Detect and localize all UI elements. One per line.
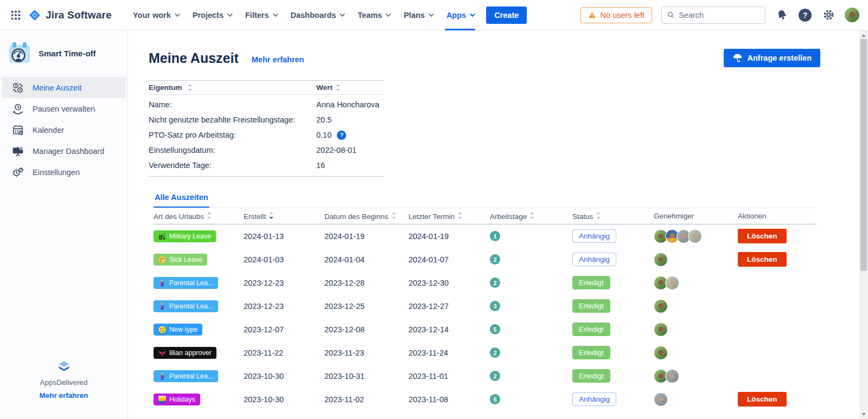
approver-avatar-woman-dark-hair[interactable]: [654, 253, 668, 267]
no-users-left-warning[interactable]: No users left: [580, 7, 652, 23]
approver-avatar-woman-dark-hair[interactable]: [654, 346, 668, 360]
search-input[interactable]: [679, 11, 760, 20]
leave-type-badge: Holidays: [154, 394, 200, 405]
chevron-down-icon: [429, 11, 434, 17]
scroll-up-arrow[interactable]: [859, 31, 868, 39]
leave-type-label: New type: [169, 326, 197, 333]
summary-col-wert[interactable]: Wert: [316, 83, 384, 92]
column-header-aktionen: Aktionen: [738, 212, 816, 220]
column-header-erstellt[interactable]: Erstellt: [244, 212, 324, 221]
created-date: 2024-01-13: [244, 232, 324, 241]
approvers-stack: [654, 299, 738, 313]
chevron-down-icon: [470, 11, 475, 17]
approver-avatar-man-glasses[interactable]: [665, 369, 679, 383]
leave-type-label: Holidays: [169, 396, 195, 403]
summary-label: Name:: [149, 100, 316, 109]
approver-avatar-woman-dark-hair[interactable]: [654, 299, 668, 313]
main-content: Meine Auszeit Mehr erfahren Anfrage erst…: [129, 30, 859, 419]
notifications-bell-icon[interactable]: [775, 8, 789, 22]
tab-alle-auszeiten[interactable]: Alle Auszeiten: [154, 193, 209, 208]
dashboard-icon: [11, 144, 25, 158]
summary-value: Anna Honcharova: [316, 100, 384, 109]
start-date: 2023-12-28: [324, 279, 409, 287]
end-date: 2023-12-14: [409, 325, 490, 334]
jira-diamond-icon: [28, 9, 41, 22]
nav-item-apps[interactable]: Apps: [439, 0, 481, 30]
start-date: 2023-10-31: [324, 372, 409, 381]
nav-item-dashboards[interactable]: Dashboards: [284, 0, 351, 30]
leave-type-label: Parental Lea...: [169, 279, 213, 287]
nav-item-filters[interactable]: Filters: [238, 0, 284, 30]
chevron-down-icon: [340, 11, 345, 17]
approver-avatar-man-glasses[interactable]: [654, 392, 668, 407]
nav-item-label: Plans: [404, 11, 425, 20]
topbar-right: No users left ?: [580, 7, 859, 24]
summary-row: PTO-Satz pro Arbeitstag:0.10?: [149, 127, 384, 143]
sidebar-item-label: Manager Dashboard: [33, 147, 104, 156]
chevron-down-icon: [272, 11, 278, 17]
create-button[interactable]: Create: [486, 7, 527, 24]
workdays-count: 5: [490, 324, 500, 334]
approver-avatar-man-gray-hair[interactable]: [688, 229, 702, 243]
nav-item-projects[interactable]: Projects: [186, 0, 238, 30]
nav-item-your-work[interactable]: Your work: [126, 0, 186, 30]
help-icon[interactable]: ?: [798, 8, 812, 22]
summary-row: Nicht genutzte bezahlte Freistellungstag…: [149, 112, 384, 127]
nav-item-label: Apps: [446, 11, 466, 20]
create-request-button[interactable]: Anfrage erstellen: [724, 49, 820, 67]
column-header-art-des-urlaubs[interactable]: Art des Urlaubs: [154, 212, 244, 221]
app-switcher-icon[interactable]: [9, 8, 23, 22]
created-date: 2023-12-23: [244, 302, 324, 311]
summary-value: 2022-08-01: [316, 146, 384, 154]
sidebar-item-label: Kalender: [33, 126, 64, 134]
jira-logo[interactable]: Jira Software: [28, 9, 112, 22]
sidebar-item-meine-auszeit[interactable]: Meine Auszeit: [2, 77, 126, 98]
sidebar-learn-more-link[interactable]: Mehr erfahren: [39, 391, 88, 399]
table-row: Parental Lea...2023-12-232023-12-282023-…: [154, 271, 816, 294]
nav-item-teams[interactable]: Teams: [350, 0, 397, 30]
summary-label: Verwendete Tage:: [149, 161, 316, 170]
workdays-count: 2: [490, 254, 500, 265]
smart-timeoff-app-icon: [8, 41, 31, 65]
search-box: [661, 7, 765, 24]
nav-item-label: Projects: [193, 11, 224, 20]
leave-type-label: lilian approver: [169, 349, 212, 357]
column-header-letzter-termin[interactable]: Letzter Termin: [409, 212, 490, 221]
delete-button[interactable]: Löschen: [738, 392, 787, 407]
approver-avatar-woman-dark-hair[interactable]: [654, 323, 668, 337]
appsdelivered-layers-icon: [57, 359, 71, 373]
column-header-genehmiger: Genehmiger: [654, 212, 738, 220]
vertical-scrollbar[interactable]: [859, 30, 868, 419]
timeoff-table: Art des UrlaubsErstelltDatum des Beginns…: [154, 208, 816, 411]
scroll-down-arrow[interactable]: [859, 410, 868, 418]
leave-type-badge: Parental Lea...: [154, 300, 218, 312]
start-date: 2023-11-23: [324, 349, 409, 357]
approver-avatar-man-gray-hair[interactable]: [665, 276, 679, 290]
sidebar-item-manager-dashboard[interactable]: Manager Dashboard: [2, 140, 126, 162]
umbrella-icon: [732, 53, 743, 63]
learn-more-link[interactable]: Mehr erfahren: [252, 55, 304, 64]
sidebar-item-pausen-verwalten[interactable]: Pausen verwalten: [2, 98, 126, 119]
summary-col-eigentum[interactable]: Eigentum: [149, 83, 316, 92]
status-badge: Erledigt: [572, 369, 610, 383]
sidebar-item-einstellungen[interactable]: Einstellungen: [2, 162, 126, 183]
approvers-stack: [654, 369, 738, 383]
user-avatar[interactable]: [845, 8, 859, 22]
sidebar-item-kalender[interactable]: Kalender: [2, 119, 126, 140]
sidebar-item-label: Pausen verwalten: [33, 105, 95, 113]
column-header-status[interactable]: Status: [572, 212, 654, 221]
leave-type-label: Military Leave: [169, 233, 211, 240]
scrollbar-thumb[interactable]: [860, 39, 867, 271]
leave-type-badge: Parental Lea...: [154, 277, 218, 289]
summary-row: Einstellungsdatum:2022-08-01: [149, 143, 384, 158]
column-header-arbeitstage[interactable]: Arbeitstage: [490, 212, 572, 221]
delete-button[interactable]: Löschen: [738, 252, 787, 267]
appsdelivered-brand: AppsDelivered: [40, 378, 88, 386]
delete-button[interactable]: Löschen: [738, 229, 787, 243]
created-date: 2023-12-23: [244, 279, 324, 287]
column-header-datum-des-beginns[interactable]: Datum des Beginns: [324, 212, 409, 221]
pto-rate-help-icon[interactable]: ?: [337, 131, 346, 140]
summary-value: 0.10?: [316, 131, 384, 140]
settings-gear-icon[interactable]: [821, 8, 835, 22]
nav-item-plans[interactable]: Plans: [397, 0, 439, 30]
